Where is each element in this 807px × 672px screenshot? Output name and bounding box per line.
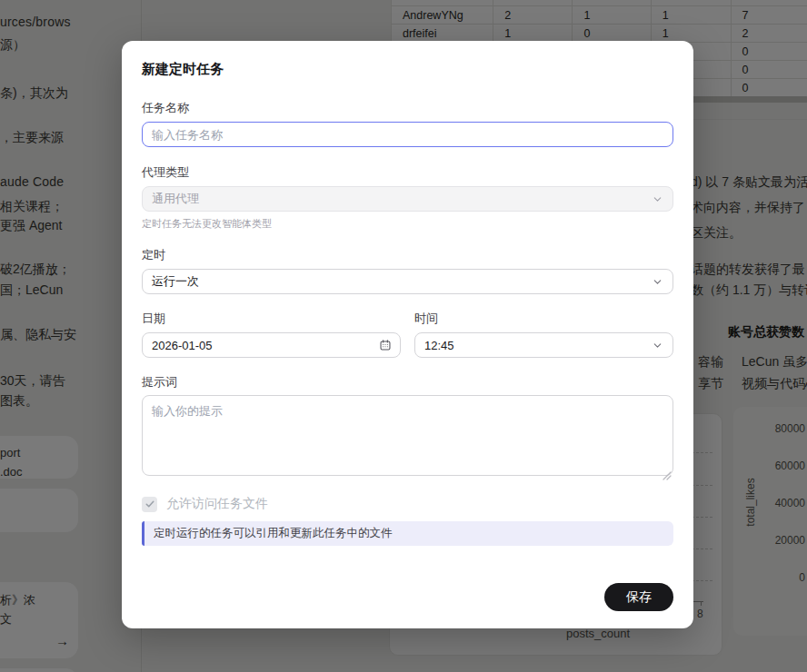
info-callout: 定时运行的任务可以引用和更新此任务中的文件: [142, 521, 673, 546]
date-value: 2026-01-05: [152, 339, 213, 352]
prompt-label: 提示词: [142, 374, 177, 390]
date-input[interactable]: 2026-01-05: [142, 332, 401, 358]
task-name-label: 任务名称: [142, 100, 189, 116]
chevron-down-icon: [652, 193, 663, 205]
allow-files-checkbox: [142, 497, 157, 512]
schedule-value: 运行一次: [152, 273, 199, 290]
new-scheduled-task-modal: 新建定时任务 任务名称 代理类型 通用代理 定时任务无法更改智能体类型 定时 运…: [122, 41, 693, 628]
schedule-label: 定时: [142, 247, 165, 263]
allow-files-label: 允许访问任务文件: [166, 496, 268, 512]
screen: urces/brows 源） 条)，其次为 ，主要来源 aude Code 相关…: [0, 0, 807, 672]
calendar-icon: [379, 339, 392, 351]
agent-type-value: 通用代理: [152, 191, 199, 207]
agent-type-label: 代理类型: [142, 164, 189, 181]
time-label: 时间: [414, 311, 438, 327]
chevron-down-icon: [652, 276, 663, 288]
task-name-input[interactable]: [142, 122, 673, 147]
checkmark-icon: [144, 499, 155, 509]
allow-files-row: 允许访问任务文件: [142, 496, 268, 512]
prompt-textarea[interactable]: [142, 395, 673, 476]
schedule-select[interactable]: 运行一次: [142, 269, 673, 294]
modal-title: 新建定时任务: [142, 61, 224, 78]
info-callout-text: 定时运行的任务可以引用和更新此任务中的文件: [154, 526, 393, 541]
time-select[interactable]: 12:45: [414, 332, 673, 358]
agent-type-helper: 定时任务无法更改智能体类型: [142, 217, 272, 231]
agent-type-select: 通用代理: [142, 186, 673, 212]
chevron-down-icon: [652, 340, 663, 351]
date-label: 日期: [142, 311, 165, 327]
save-button[interactable]: 保存: [604, 583, 673, 611]
time-value: 12:45: [424, 339, 454, 352]
